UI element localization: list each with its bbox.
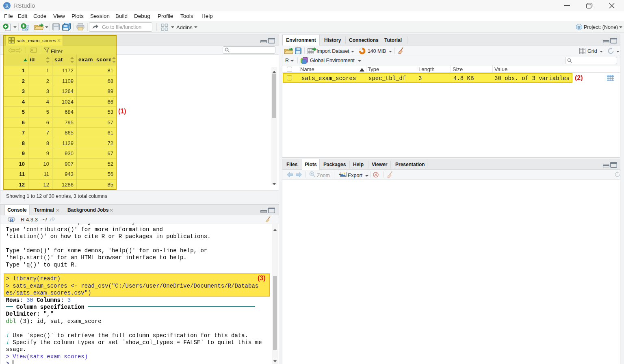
svg-text:R: R: [5, 3, 9, 9]
svg-text:R: R: [10, 217, 14, 222]
svg-text:R: R: [578, 26, 580, 30]
